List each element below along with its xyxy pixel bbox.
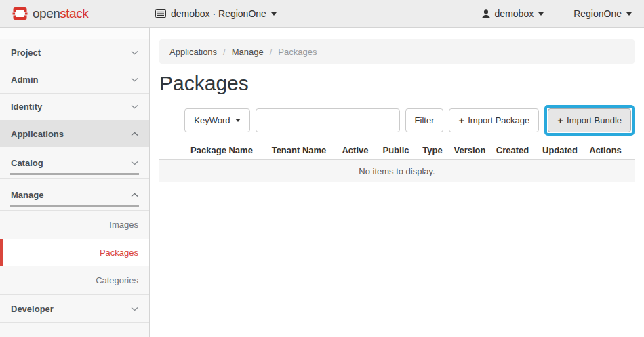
filter-button[interactable]: Filter — [405, 108, 444, 132]
sidebar-scroll-stub — [0, 28, 149, 39]
import-bundle-highlight: + Import Bundle — [544, 105, 635, 136]
sidebar-item-label: Developer — [11, 304, 54, 314]
plus-icon: + — [458, 115, 464, 126]
sidebar-item-label: Admin — [11, 75, 38, 85]
column-header-public[interactable]: Public — [376, 142, 416, 159]
openstack-logo[interactable]: openstack — [0, 6, 155, 21]
sidebar-item-label: Catalog — [11, 158, 43, 168]
plus-icon: + — [557, 115, 563, 126]
sidebar-item-label: Packages — [100, 247, 138, 258]
section-underline — [10, 205, 139, 207]
sidebar-item-manage[interactable]: Manage — [0, 179, 149, 211]
sidebar-item-catalog[interactable]: Catalog — [0, 147, 149, 179]
column-header-type[interactable]: Type — [416, 142, 449, 159]
breadcrumb: Applications / Manage / Packages — [159, 39, 635, 64]
column-header-actions[interactable]: Actions — [585, 142, 626, 159]
sidebar-item-developer[interactable]: Developer — [0, 295, 149, 323]
user-icon — [482, 9, 490, 18]
column-header-active[interactable]: Active — [334, 142, 376, 159]
caret-down-icon — [271, 12, 277, 16]
search-input[interactable] — [256, 108, 400, 132]
user-menu-label: demobox — [495, 8, 534, 19]
breadcrumb-manage[interactable]: Manage — [232, 47, 264, 57]
main-content: Applications / Manage / Packages Package… — [150, 28, 644, 337]
column-header-package-name[interactable]: Package Name — [180, 142, 264, 159]
sidebar-item-packages[interactable]: Packages — [0, 239, 149, 266]
sidebar-item-label: Images — [109, 220, 138, 230]
keyword-dropdown-button[interactable]: KeyWord — [184, 108, 249, 132]
import-bundle-button[interactable]: + Import Bundle — [548, 108, 631, 132]
packages-table-header: Package Name Tenant Name Active Public T… — [159, 142, 635, 159]
project-region-switcher[interactable]: demobox · RegionOne — [155, 8, 277, 19]
import-package-button[interactable]: + Import Package — [449, 108, 539, 132]
caret-down-icon — [626, 12, 632, 16]
sidebar-item-applications[interactable]: Applications — [0, 121, 149, 147]
sidebar-item-label: Manage — [11, 190, 43, 200]
empty-table-row: No items to display. — [159, 159, 635, 182]
chevron-down-icon — [131, 77, 138, 82]
sidebar-item-identity[interactable]: Identity — [0, 94, 149, 121]
column-header-updated[interactable]: Updated — [535, 142, 585, 159]
table-toolbar: KeyWord Filter + Import Package + Import… — [159, 105, 635, 136]
chevron-up-icon — [131, 132, 138, 136]
openstack-logo-icon — [12, 7, 28, 20]
chevron-down-icon — [131, 50, 138, 55]
page-layout: Project Admin Identity Applications Cata… — [0, 28, 644, 337]
navbar-right: demobox RegionOne — [482, 8, 644, 19]
chevron-down-icon — [131, 104, 138, 109]
filter-button-label: Filter — [415, 115, 435, 125]
empty-table-message: No items to display. — [359, 166, 435, 176]
top-navbar: openstack demobox · RegionOne demobox Re… — [0, 0, 644, 28]
chevron-down-icon — [131, 161, 138, 165]
import-package-label: Import Package — [468, 115, 529, 125]
breadcrumb-separator: / — [270, 47, 273, 57]
keyword-dropdown-label: KeyWord — [194, 115, 230, 125]
page-title: Packages — [159, 72, 635, 95]
user-menu[interactable]: demobox — [482, 8, 544, 19]
chevron-up-icon — [131, 193, 138, 197]
sidebar-item-label: Project — [11, 47, 41, 58]
column-header-created[interactable]: Created — [490, 142, 535, 159]
import-bundle-label: Import Bundle — [567, 115, 622, 125]
breadcrumb-applications[interactable]: Applications — [169, 47, 217, 57]
sidebar-item-images[interactable]: Images — [0, 211, 149, 239]
sidebar-item-label: Applications — [11, 129, 64, 139]
caret-down-icon — [538, 12, 544, 16]
region-menu-label: RegionOne — [573, 8, 622, 19]
breadcrumb-packages: Packages — [278, 47, 317, 57]
logo-wordmark: openstack — [33, 6, 88, 21]
sidebar-item-label: Categories — [96, 275, 138, 285]
sidebar-item-label: Identity — [11, 102, 42, 112]
caret-down-icon — [235, 119, 241, 122]
sidebar-item-admin[interactable]: Admin — [0, 66, 149, 94]
sidebar-item-categories[interactable]: Categories — [0, 266, 149, 295]
section-underline — [10, 173, 139, 175]
column-header-version[interactable]: Version — [449, 142, 490, 159]
sidebar: Project Admin Identity Applications Cata… — [0, 28, 150, 337]
column-header-tenant-name[interactable]: Tenant Name — [264, 142, 334, 159]
context-label: demobox · RegionOne — [171, 8, 266, 19]
domain-list-icon — [155, 9, 166, 18]
sidebar-scroll-stub — [0, 323, 149, 337]
sidebar-item-project[interactable]: Project — [0, 39, 149, 66]
region-menu[interactable]: RegionOne — [573, 8, 632, 19]
chevron-down-icon — [131, 306, 138, 311]
breadcrumb-separator: / — [223, 47, 226, 57]
